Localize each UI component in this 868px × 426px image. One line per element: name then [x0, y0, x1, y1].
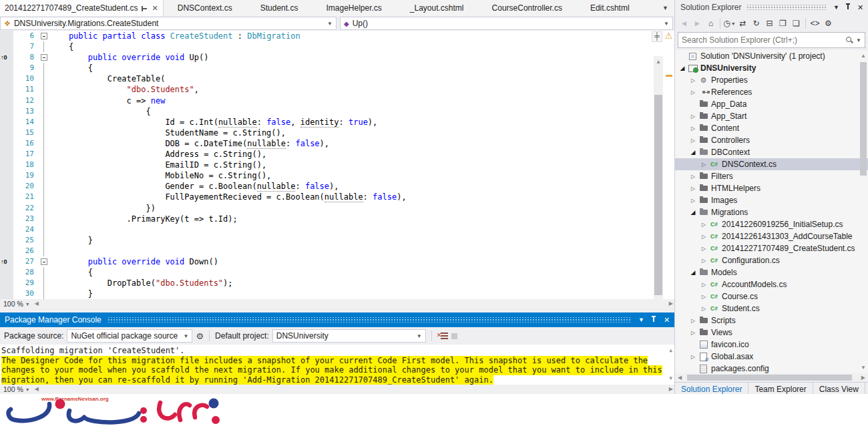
code-editor[interactable]: 6 public partial class CreateStudent : D…: [0, 31, 674, 299]
zoom-dropdown-icon[interactable]: ▼: [25, 387, 33, 392]
expander-collapsed-icon[interactable]: ▷: [688, 77, 698, 83]
show-all-files-icon[interactable]: ❐: [777, 17, 789, 29]
pmc-title-bar[interactable]: Package Manager Console ▼ ✕: [0, 312, 674, 327]
copy-properties-icon[interactable]: ❏: [790, 17, 803, 29]
split-editor-grip[interactable]: ╪: [652, 31, 662, 42]
code-line-23[interactable]: 23 .PrimaryKey(t => t.Id);: [0, 214, 674, 224]
code-line-14[interactable]: 14 Id = c.Int(nullable: false, identity:…: [0, 117, 674, 128]
tree-item-global-asax[interactable]: ▷Global.asax: [675, 351, 868, 363]
fold-toggle-icon[interactable]: [39, 256, 49, 267]
close-icon[interactable]: ✕: [662, 316, 672, 324]
expander-collapsed-icon[interactable]: ▷: [699, 282, 708, 288]
chevron-down-icon[interactable]: ▼: [856, 37, 861, 43]
tab-list-chevron-icon[interactable]: ▼: [656, 0, 674, 16]
expander-collapsed-icon[interactable]: ▷: [699, 258, 708, 264]
expander-collapsed-icon[interactable]: ▷: [699, 162, 708, 168]
tree-item-properties[interactable]: ▷⚙Properties: [675, 74, 868, 86]
code-line-16[interactable]: 16 DOB = c.DateTime(nullable: false),: [0, 138, 674, 149]
tree-item-student-cs[interactable]: ▷C#Student.cs: [675, 302, 868, 314]
fold-toggle-icon[interactable]: [39, 31, 49, 41]
console-output[interactable]: ▲ ▼ Scaffolding migration 'CreateStudent…: [0, 345, 674, 385]
code-line-21[interactable]: 21 FullPayementRecieved = c.Boolean(null…: [0, 192, 674, 202]
properties-wrench-icon[interactable]: ⚙: [822, 17, 835, 29]
tree-item-configuration-cs[interactable]: ▷C#Configuration.cs: [675, 254, 868, 266]
expander-collapsed-icon[interactable]: ▷: [688, 318, 698, 324]
expander-collapsed-icon[interactable]: ▷: [699, 234, 708, 240]
code-line-25[interactable]: 25 }: [0, 235, 674, 246]
tree-item-solution-dnsuniversity-1-project[interactable]: Solution 'DNSUniversity' (1 project): [675, 50, 868, 62]
code-line-26[interactable]: 26: [0, 246, 674, 256]
tree-hscroll-thumb[interactable]: [687, 375, 852, 381]
code-line-8[interactable]: ↑08 public override void Up(): [0, 52, 674, 63]
tree-vscroll-thumb[interactable]: [860, 62, 867, 176]
scroll-left-icon[interactable]: ◀: [678, 375, 682, 381]
code-line-20[interactable]: 20 Gender = c.Boolean(nullable: false),: [0, 181, 674, 192]
expander-collapsed-icon[interactable]: ▷: [688, 330, 698, 336]
member-dropdown[interactable]: ◆ Up() ▼: [340, 17, 673, 30]
back-icon[interactable]: ◄: [678, 17, 690, 29]
tree-item-app-data[interactable]: App_Data: [675, 98, 868, 110]
tree-vscrollbar[interactable]: ▲ ▼: [859, 53, 867, 371]
type-dropdown[interactable]: ❖ DNSUniversity.Migrations.CreateStudent…: [0, 17, 337, 30]
tree-item-201412271707489-createstudent-cs[interactable]: ▷C#201412271707489_CreateStudent.cs: [675, 242, 868, 254]
tab-coursecontroller-cs[interactable]: CourseController.cs: [478, 0, 576, 16]
zoom-dropdown-icon[interactable]: ▼: [25, 302, 33, 306]
console-hscrollbar[interactable]: ◀ ▶: [33, 385, 674, 394]
tab-dnscontext-cs[interactable]: DNSContext.cs: [164, 0, 246, 16]
expander-collapsed-icon[interactable]: ▷: [699, 222, 708, 228]
expander-collapsed-icon[interactable]: ▷: [688, 174, 698, 180]
tree-item-packages-config[interactable]: packages.config: [675, 363, 868, 373]
scroll-left-icon[interactable]: ◀: [35, 300, 39, 306]
expander-collapsed-icon[interactable]: ▷: [688, 114, 698, 120]
tree-item-201412260919256-initialsetup-cs[interactable]: ▷C#201412260919256_InitialSetup.cs: [675, 218, 868, 230]
expander-collapsed-icon[interactable]: ▷: [688, 354, 698, 360]
tab-student-cs[interactable]: Student.cs: [246, 0, 312, 16]
expander-expanded-icon[interactable]: ◢: [678, 65, 687, 71]
tree-item-201412261431303-addcoursetable[interactable]: ▷C#201412261431303_AddCourseTable: [675, 230, 868, 242]
tree-item-app-start[interactable]: ▷App_Start: [675, 110, 868, 122]
code-line-27[interactable]: ↑027 public override void Down(): [0, 256, 674, 267]
window-position-icon[interactable]: ▼: [636, 316, 646, 323]
code-line-30[interactable]: 30 }: [0, 288, 674, 299]
default-project-dropdown[interactable]: DNSUniversity ▼: [272, 329, 426, 343]
tab-edit-cshtml[interactable]: Edit.cshtml: [576, 0, 644, 16]
tree-item-filters[interactable]: ▷Filters: [675, 170, 868, 182]
expander-expanded-icon[interactable]: ◢: [688, 269, 698, 276]
home-icon[interactable]: ⌂: [704, 17, 717, 29]
code-line-13[interactable]: 13 {: [0, 106, 674, 117]
package-source-dropdown[interactable]: NuGet official package source ▼: [67, 329, 192, 343]
expander-collapsed-icon[interactable]: ▷: [688, 126, 698, 132]
editor-vscroll-thumb[interactable]: [654, 95, 662, 295]
tree-item-models[interactable]: ◢Models: [675, 266, 868, 278]
code-line-17[interactable]: 17 Address = c.String(),: [0, 149, 674, 160]
scroll-left-icon[interactable]: ◀: [35, 386, 39, 392]
tree-item-course-cs[interactable]: ▷C#Course.cs: [675, 290, 868, 302]
scroll-down-icon[interactable]: ▼: [861, 365, 866, 371]
scroll-up-icon[interactable]: ▲: [861, 53, 866, 59]
expander-collapsed-icon[interactable]: ▷: [688, 138, 698, 144]
search-box[interactable]: ▼: [678, 32, 865, 48]
collapse-all-icon[interactable]: ⊟: [763, 17, 776, 29]
code-line-18[interactable]: 18 EmailID = c.String(),: [0, 160, 674, 170]
tree-item-controllers[interactable]: ▷Controllers: [675, 134, 868, 146]
code-line-29[interactable]: 29 DropTable("dbo.Students");: [0, 278, 674, 288]
tab-imagehelper-cs[interactable]: ImageHelper.cs: [312, 0, 395, 16]
expander-collapsed-icon[interactable]: ▷: [688, 89, 698, 95]
tree-item-accountmodels-cs[interactable]: ▷C#AccountModels.cs: [675, 278, 868, 290]
package-source-settings-gear-icon[interactable]: ⚙: [196, 331, 204, 341]
tree-item-dbcontext[interactable]: ◢DBContext: [675, 146, 868, 158]
view-code-icon[interactable]: <>: [809, 17, 821, 29]
tree-item-content[interactable]: ▷Content: [675, 122, 868, 134]
close-icon[interactable]: ✕: [152, 5, 158, 12]
tree-item-images[interactable]: ▷Images: [675, 194, 868, 206]
code-line-10[interactable]: 10 CreateTable(: [0, 73, 674, 84]
console-zoom-level[interactable]: 100 %: [0, 385, 25, 393]
scroll-down-icon[interactable]: ▼: [669, 374, 672, 384]
expander-collapsed-icon[interactable]: ▷: [699, 294, 708, 300]
code-line-15[interactable]: 15 StudentName = c.String(),: [0, 128, 674, 138]
code-line-6[interactable]: 6 public partial class CreateStudent : D…: [0, 31, 674, 41]
tree-item-favicon-ico[interactable]: favicon.ico: [675, 339, 868, 351]
tree-item-scripts[interactable]: ▷Scripts: [675, 314, 868, 327]
solution-explorer-title-bar[interactable]: Solution Explorer ▼ ✕: [675, 0, 868, 15]
code-line-19[interactable]: 19 MobileNo = c.String(),: [0, 170, 674, 181]
